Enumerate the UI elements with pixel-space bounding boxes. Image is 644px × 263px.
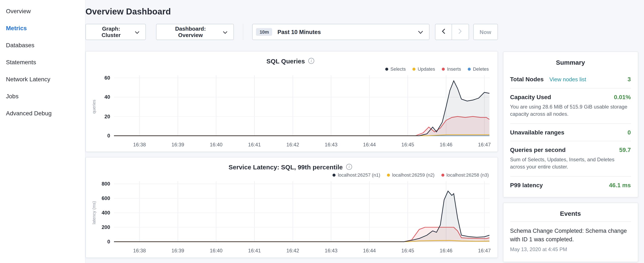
right-sidebar: Summary Total Nodes View nodes list 3 Ca… <box>503 0 644 263</box>
chart-legend: SelectsUpdatesInsertsDeletes <box>91 66 489 72</box>
legend-dot <box>442 173 444 176</box>
sidebar-item-metrics[interactable]: Metrics <box>0 20 85 37</box>
time-step-buttons <box>435 24 469 40</box>
x-tick-label: 16:47 <box>478 248 491 254</box>
time-range-badge: 10m <box>256 28 272 36</box>
summary-value: 0.01% <box>614 94 631 100</box>
dashboard-dropdown[interactable]: Dashboard: Overview <box>156 24 234 40</box>
summary-label: Unavailable ranges <box>510 129 564 136</box>
chevron-right-icon <box>458 29 462 35</box>
y-tick-label: 60 <box>104 75 110 81</box>
chart-title: SQL Queries <box>266 57 305 65</box>
view-nodes-list-link[interactable]: View nodes list <box>550 76 586 83</box>
x-tick-label: 16:43 <box>325 248 338 254</box>
time-step-back-button[interactable] <box>435 24 452 40</box>
sidebar-item-overview[interactable]: Overview <box>0 3 85 20</box>
sidebar-item-advanced-debug[interactable]: Advanced Debug <box>0 105 85 122</box>
sql-queries-plot[interactable] <box>114 73 490 141</box>
summary-row-total-nodes: Total Nodes View nodes list 3 <box>510 70 631 88</box>
summary-label: Capacity Used <box>510 94 551 100</box>
x-tick-label: 16:42 <box>286 248 299 254</box>
x-tick-label: 16:40 <box>210 248 222 254</box>
x-tick-label: 16:44 <box>363 248 376 254</box>
x-tick-label: 16:38 <box>133 142 146 148</box>
events-title: Events <box>510 210 631 217</box>
time-step-forward-button[interactable] <box>452 24 469 40</box>
chevron-down-icon <box>134 29 139 35</box>
toolbar: Graph: Cluster Dashboard: Overview 10m P… <box>86 24 498 40</box>
y-tick-label: 200 <box>102 224 110 230</box>
summary-value: 59.7 <box>619 146 631 153</box>
toolbar-divider <box>243 24 244 40</box>
legend-label: localhost:26259 (n2) <box>392 172 434 177</box>
time-range-label: Past 10 Minutes <box>278 29 321 35</box>
page-title: Overview Dashboard <box>86 7 498 17</box>
legend-item-selects: Selects <box>385 66 406 72</box>
sidebar-item-jobs[interactable]: Jobs <box>0 88 85 105</box>
x-tick-label: 16:41 <box>248 142 261 148</box>
main-content: Overview Dashboard Graph: Cluster Dashbo… <box>86 0 503 263</box>
legend-label: localhost:26257 (n1) <box>338 172 380 177</box>
time-range-selector[interactable]: 10m Past 10 Minutes <box>252 24 429 40</box>
chart-body: queries 0204060 16:3816:3916:4016:4116:4… <box>91 73 490 148</box>
info-icon[interactable]: i <box>346 164 352 170</box>
chart-title-row: Service Latency: SQL, 99th percentile i <box>91 163 490 171</box>
y-tick-label: 0 <box>107 239 110 245</box>
service-latency-plot[interactable] <box>114 179 490 247</box>
y-tick-label: 600 <box>102 195 110 201</box>
page: Overview Metrics Databases Statements Ne… <box>0 0 644 263</box>
x-tick-label: 16:44 <box>363 142 376 148</box>
sidebar-item-network-latency[interactable]: Network Latency <box>0 71 85 88</box>
sql-queries-chart-card: SQL Queries i SelectsUpdatesInsertsDelet… <box>86 51 498 152</box>
event-item[interactable]: Schema Change Completed: Schema change w… <box>510 221 631 258</box>
legend-dot <box>412 68 416 70</box>
plot-column: 16:3816:3916:4016:4116:4216:4316:4416:45… <box>114 73 490 148</box>
sidebar-item-databases[interactable]: Databases <box>0 37 85 54</box>
graph-scope-dropdown[interactable]: Graph: Cluster <box>86 24 146 40</box>
dashboard-label: Dashboard: Overview <box>162 26 219 38</box>
x-tick-label: 16:39 <box>171 248 184 254</box>
legend-item-deletes: Deletes <box>468 66 489 72</box>
chart-legend: localhost:26257 (n1)localhost:26259 (n2)… <box>91 172 489 178</box>
service-latency-chart-card: Service Latency: SQL, 99th percentile i … <box>86 157 498 258</box>
chevron-down-icon <box>223 29 228 35</box>
y-tick-label: 400 <box>102 210 110 216</box>
x-tick-label: 16:46 <box>440 248 452 254</box>
x-axis: 16:3816:3916:4016:4116:4216:4316:4416:45… <box>114 141 490 148</box>
x-tick-label: 16:42 <box>286 142 299 148</box>
summary-title: Summary <box>510 59 631 66</box>
chart-body: latency (ms) 0200400600800 16:3816:3916:… <box>91 179 490 254</box>
x-tick-label: 16:45 <box>402 142 414 148</box>
summary-label: Queries per second <box>510 146 566 153</box>
y-tick-label: 20 <box>104 113 110 119</box>
x-tick-label: 16:43 <box>325 142 338 148</box>
chart-title: Service Latency: SQL, 99th percentile <box>228 163 343 170</box>
legend-dot <box>385 68 388 70</box>
x-axis: 16:3816:3916:4016:4116:4216:4316:4416:45… <box>114 247 490 254</box>
legend-label: Inserts <box>447 66 461 72</box>
event-text: Schema Change Completed: Schema change w… <box>510 227 631 244</box>
chart-title-row: SQL Queries i <box>91 57 490 65</box>
chevron-left-icon <box>442 29 445 35</box>
summary-row-capacity-used: Capacity Used 0.01% You are using 28.6 M… <box>510 88 631 123</box>
sidebar-item-statements[interactable]: Statements <box>0 54 85 71</box>
x-tick-label: 16:40 <box>210 142 222 148</box>
legend-label: Deletes <box>473 66 489 72</box>
y-axis: 0204060 <box>97 73 114 141</box>
legend-item-updates: Updates <box>412 66 435 72</box>
info-icon[interactable]: i <box>308 58 314 64</box>
summary-row-unavailable-ranges: Unavailable ranges 0 <box>510 123 631 141</box>
legend-item-localhost-26257-n1-: localhost:26257 (n1) <box>333 172 380 177</box>
app-root: Overview Metrics Databases Statements Ne… <box>0 0 644 263</box>
legend-item-localhost-26259-n2-: localhost:26259 (n2) <box>387 172 434 177</box>
events-card: Events Schema Change Completed: Schema c… <box>503 202 638 262</box>
summary-value: 0 <box>628 129 631 136</box>
summary-value: 46.1 ms <box>609 181 631 188</box>
summary-value: 3 <box>628 76 631 83</box>
summary-card: Summary Total Nodes View nodes list 3 Ca… <box>503 52 638 197</box>
summary-description: You are using 28.6 MiB of 515.9 GiB usab… <box>510 103 631 118</box>
y-tick-label: 800 <box>102 181 110 187</box>
summary-row-p99-latency: P99 latency 46.1 ms <box>510 176 631 193</box>
now-button[interactable]: Now <box>473 24 498 40</box>
legend-item-localhost-26258-n3-: localhost:26258 (n3) <box>442 172 489 177</box>
